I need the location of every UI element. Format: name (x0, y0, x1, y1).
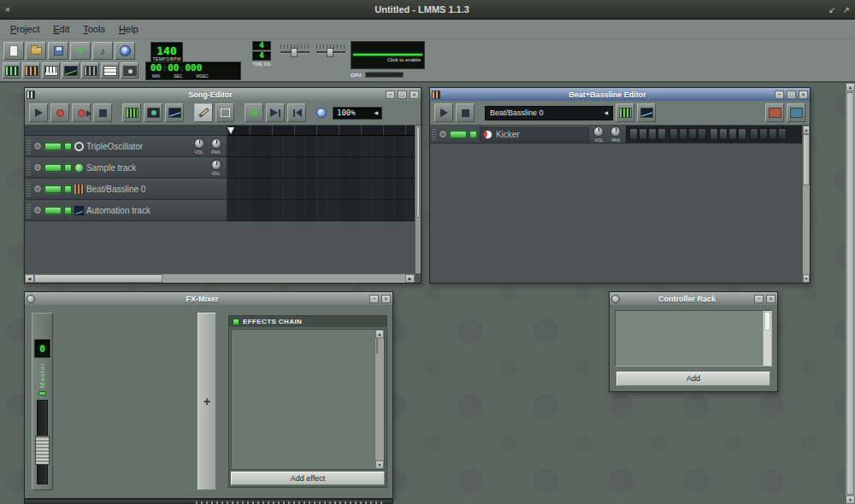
window-maximize-icon[interactable]: ↗ (843, 5, 850, 15)
close-icon[interactable]: × (799, 91, 808, 99)
track-mute-led[interactable] (44, 185, 62, 193)
beat-step[interactable] (688, 128, 697, 140)
track-grip[interactable] (432, 128, 436, 140)
scrollbar-thumb[interactable] (846, 92, 854, 495)
open-project-button[interactable] (26, 42, 46, 60)
gear-icon[interactable]: ⚙ (33, 185, 42, 194)
add-bb-track-button[interactable] (122, 103, 141, 122)
behaviour-button[interactable] (245, 103, 263, 122)
minimize-icon[interactable]: − (775, 91, 784, 99)
beat-step[interactable] (639, 128, 647, 140)
beat-step[interactable] (750, 128, 758, 140)
track-solo-led[interactable] (64, 143, 72, 150)
scroll-down-icon[interactable]: ▼ (803, 274, 810, 283)
scroll-right-icon[interactable]: ▶ (405, 274, 415, 283)
track-name[interactable]: Sample track (86, 163, 206, 173)
effects-chain-enable-led[interactable] (233, 319, 239, 325)
beat-step[interactable] (698, 128, 706, 140)
playhead-marker[interactable] (227, 127, 234, 134)
add-steps-button[interactable] (765, 103, 784, 122)
window-close-icon[interactable]: × (0, 4, 15, 15)
export-project-button[interactable] (70, 42, 91, 60)
fx-volume-fader[interactable] (37, 400, 48, 484)
window-restore-icon[interactable]: ↙ (828, 5, 835, 15)
gear-icon[interactable]: ⚙ (33, 163, 42, 173)
beat-step[interactable] (710, 128, 718, 140)
workspace-scrollbar[interactable]: ▲ ▼ (845, 83, 855, 504)
master-volume-slider[interactable] (280, 44, 310, 65)
gear-icon[interactable]: ⚙ (33, 206, 42, 215)
fx-channel-master[interactable]: 0 Master (32, 313, 53, 490)
song-horizontal-scrollbar[interactable]: ◀ ▶ (25, 273, 415, 283)
beat-step[interactable] (669, 128, 678, 140)
slider-handle[interactable] (291, 48, 298, 57)
add-automation-track-button[interactable] (637, 103, 656, 122)
scrollbar-thumb[interactable] (416, 126, 420, 218)
track-grip[interactable] (27, 202, 31, 218)
scrollbar-thumb[interactable] (803, 134, 810, 185)
instrument-name-button[interactable]: Kicker (480, 127, 589, 142)
toggle-fx-mixer-button[interactable] (81, 62, 99, 79)
record-button[interactable] (50, 103, 69, 122)
toggle-bb-editor-button[interactable] (22, 62, 40, 79)
skip-start-button[interactable] (287, 103, 306, 122)
toggle-project-notes-button[interactable] (101, 62, 119, 79)
add-bb-track-button[interactable] (616, 103, 634, 122)
volume-knob[interactable]: VOL (592, 126, 606, 143)
volume-knob[interactable]: VOL (192, 138, 206, 155)
maximize-icon[interactable]: □ (787, 91, 796, 99)
minimize-icon[interactable]: − (754, 295, 764, 303)
song-vertical-scrollbar[interactable] (415, 126, 421, 273)
time-display[interactable]: 00: 00: 000 MIN SEC MSEC (145, 62, 241, 80)
beat-step[interactable] (759, 128, 768, 140)
menu-help[interactable]: Help (112, 21, 145, 37)
gear-icon[interactable]: ⚙ (33, 142, 42, 151)
volume-knob[interactable]: VOL (209, 160, 223, 176)
add-sample-track-button[interactable] (144, 103, 162, 122)
add-controller-button[interactable]: Add (616, 372, 770, 386)
scroll-up-icon[interactable]: ▲ (846, 83, 855, 91)
scroll-down-icon[interactable]: ▼ (846, 495, 855, 504)
zoom-selector[interactable]: 100% ◀ (333, 107, 382, 120)
track-solo-led[interactable] (64, 164, 72, 172)
time-signature-display[interactable]: 4 4 TIME SIG (250, 41, 274, 67)
minimize-icon[interactable]: − (386, 91, 395, 99)
menu-project[interactable]: Project (3, 21, 46, 37)
record-accompany-button[interactable] (72, 103, 91, 122)
controller-rack-titlebar[interactable]: Controller Rack − × (610, 292, 777, 305)
track-mute-led[interactable] (44, 164, 62, 172)
close-icon[interactable]: × (766, 295, 775, 303)
bb-editor-titlebar[interactable]: Beat+Bassline Editor − □ × (430, 88, 810, 101)
beat-step[interactable] (728, 128, 737, 140)
slider-handle[interactable] (327, 48, 333, 57)
add-automation-track-button[interactable] (165, 103, 184, 122)
edit-mode-button[interactable] (215, 103, 234, 122)
pan-knob[interactable]: PAN (609, 126, 623, 143)
track-mute-led[interactable] (450, 131, 467, 138)
scrollbar-thumb[interactable] (34, 274, 162, 283)
beat-step[interactable] (778, 128, 787, 140)
open-recent-button[interactable]: ♪ (92, 42, 113, 60)
song-grid-row[interactable] (227, 157, 421, 179)
menu-tools[interactable]: Tools (76, 21, 112, 37)
maximize-icon[interactable]: □ (398, 91, 407, 99)
new-project-button[interactable] (3, 42, 24, 60)
scroll-up-icon[interactable]: ▲ (803, 126, 810, 134)
stop-button[interactable] (456, 103, 475, 122)
close-icon[interactable]: × (381, 295, 391, 303)
play-button[interactable] (434, 103, 453, 122)
controller-scrollbar[interactable] (763, 311, 771, 366)
track-name[interactable]: Automation track (86, 206, 223, 215)
minimized-window-strip[interactable] (24, 499, 393, 504)
fx-level-display[interactable]: 0 (34, 339, 50, 358)
os-titlebar[interactable]: × Untitled - LMMS 1.1.3 ↙ ↗ (0, 0, 855, 20)
beat-step[interactable] (719, 128, 728, 140)
master-pitch-slider[interactable] (316, 44, 345, 65)
beat-step[interactable] (648, 128, 657, 140)
draw-mode-button[interactable] (194, 103, 213, 122)
minimize-icon[interactable]: − (369, 295, 379, 303)
track-mute-led[interactable] (44, 207, 62, 214)
song-grid-row[interactable] (227, 136, 421, 157)
scroll-down-icon[interactable]: ▼ (375, 460, 384, 469)
scroll-left-icon[interactable]: ◀ (25, 274, 34, 283)
